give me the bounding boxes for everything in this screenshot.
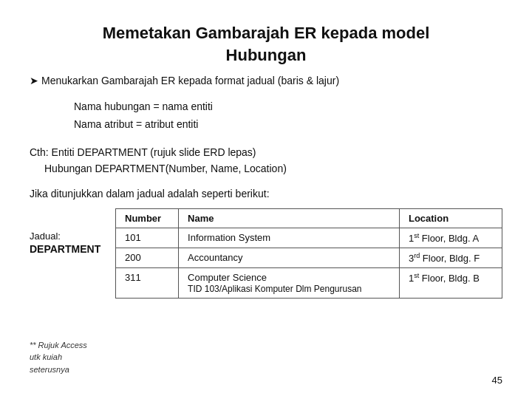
cth-line2: Hubungan DEPARTMENT(Number, Name, Locati…: [44, 160, 502, 177]
col-name: Name: [179, 208, 400, 228]
footnote: ** Rujuk Access utk kuiah seterusnya: [30, 339, 87, 376]
footnote-line2: utk kuiah: [30, 352, 62, 361]
nama-hubungan: Nama hubungan = nama entiti: [74, 98, 502, 116]
cell-location: 1st Floor, Bldg. A: [399, 228, 502, 248]
table-label: Jadual: DEPARTMENT: [30, 208, 103, 255]
jika-text: Jika ditunjukkan dalam jadual adalah sep…: [30, 188, 270, 200]
cell-name-sub: TID 103/Aplikasi Komputer Dlm Pengurusan: [188, 284, 361, 294]
cell-name: Accountancy: [179, 248, 400, 268]
names-block: Nama hubungan = nama entiti Nama atribut…: [74, 98, 502, 134]
table-section: Jadual: DEPARTMENT Number Name Location …: [30, 208, 502, 299]
subtitle: Menukarkan Gambarajah ER kepada format j…: [30, 75, 502, 86]
footnote-line1: ** Rujuk Access: [30, 341, 87, 349]
cell-name: Computer ScienceTID 103/Aplikasi Kompute…: [179, 268, 400, 299]
dept-label: DEPARTMENT: [30, 243, 103, 255]
table-row: 200 Accountancy 3rd Floor, Bldg. F: [116, 248, 502, 268]
cell-name: Information System: [179, 228, 400, 248]
page-number: 45: [492, 375, 502, 386]
cell-location: 3rd Floor, Bldg. F: [399, 248, 502, 268]
col-number: Number: [116, 208, 179, 228]
jika-block: Jika ditunjukkan dalam jadual adalah sep…: [30, 188, 502, 200]
department-table: Number Name Location 101 Information Sys…: [115, 208, 502, 299]
table-row: 101 Information System 1st Floor, Bldg. …: [116, 228, 502, 248]
nama-atribut: Nama atribut = atribut entiti: [74, 116, 502, 134]
title-line2: Hubungan: [226, 46, 307, 64]
cell-location: 1st Floor, Bldg. B: [399, 268, 502, 299]
subtitle-text: Menukarkan Gambarajah ER kepada format j…: [41, 75, 339, 86]
col-location: Location: [399, 208, 502, 228]
slide-title: Memetakan Gambarajah ER kepada model Hub…: [30, 22, 502, 66]
slide: Memetakan Gambarajah ER kepada model Hub…: [0, 0, 532, 399]
footnote-line3: seterusnya: [30, 365, 69, 374]
cell-number: 311: [116, 268, 179, 299]
jadual-label: Jadual:: [30, 231, 103, 242]
cell-number: 200: [116, 248, 179, 268]
title-line1: Memetakan Gambarajah ER kepada model: [103, 24, 430, 42]
arrow-icon: [30, 75, 41, 86]
table-header-row: Number Name Location: [116, 208, 502, 228]
cth-line1: Cth: Entiti DEPARTMENT (rujuk slide ERD …: [30, 144, 502, 160]
table-row: 311 Computer ScienceTID 103/Aplikasi Kom…: [116, 268, 502, 299]
cell-number: 101: [116, 228, 179, 248]
cth-block: Cth: Entiti DEPARTMENT (rujuk slide ERD …: [30, 144, 502, 177]
